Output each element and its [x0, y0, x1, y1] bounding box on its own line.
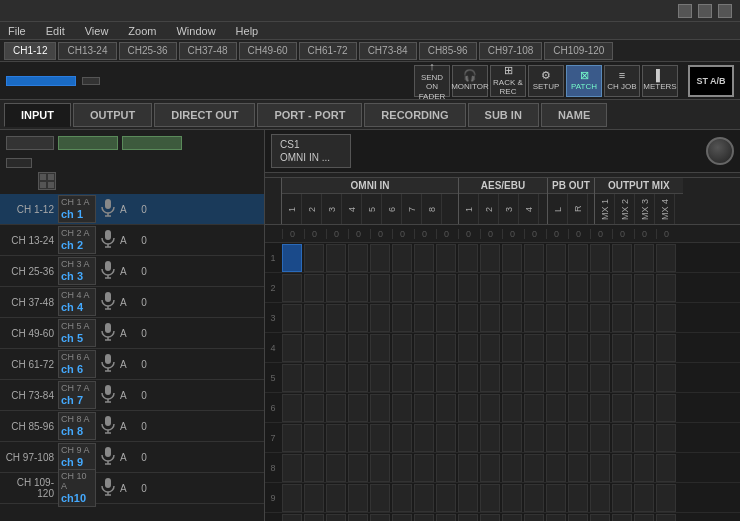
ha-info-button[interactable]	[6, 136, 54, 150]
channel-tab-ch73to84[interactable]: CH73-84	[359, 42, 417, 60]
grid-cell[interactable]	[414, 484, 434, 512]
menu-item-zoom[interactable]: Zoom	[124, 25, 160, 37]
channel-row[interactable]: CH 97-108CH 9 Ach 9A0	[0, 442, 264, 473]
grid-cell[interactable]	[326, 484, 346, 512]
grid-cell[interactable]	[436, 484, 456, 512]
grid-cell[interactable]	[612, 514, 632, 522]
grid-cell[interactable]	[458, 364, 478, 392]
restore-button[interactable]	[698, 4, 712, 18]
grid-cell[interactable]	[458, 334, 478, 362]
grid-cell[interactable]	[480, 274, 500, 302]
st-ab-button[interactable]: ST A/B	[688, 65, 734, 97]
sub-tab-output[interactable]: OUTPUT	[73, 103, 152, 127]
grid-cell[interactable]	[568, 454, 588, 482]
minimize-button[interactable]	[678, 4, 692, 18]
grid-cell[interactable]	[546, 364, 566, 392]
grid-cell[interactable]	[480, 334, 500, 362]
grid-cell[interactable]	[656, 304, 676, 332]
grid-cell[interactable]	[348, 334, 368, 362]
channel-row[interactable]: CH 37-48CH 4 Ach 4A0	[0, 287, 264, 318]
grid-cell[interactable]	[480, 484, 500, 512]
grid-cell[interactable]	[282, 514, 302, 522]
channel-label[interactable]	[6, 76, 76, 86]
grid-cell[interactable]	[502, 244, 522, 272]
grid-cell[interactable]	[304, 304, 324, 332]
toolbar-btn-setup[interactable]: ⚙SETUP	[528, 65, 564, 97]
grid-cell[interactable]	[568, 364, 588, 392]
grid-cell[interactable]	[634, 424, 654, 452]
channel-tab-ch25to36[interactable]: CH25-36	[119, 42, 177, 60]
menu-item-window[interactable]: Window	[172, 25, 219, 37]
grid-cell[interactable]	[304, 514, 324, 522]
grid-cell[interactable]	[304, 424, 324, 452]
toolbar-btn-rackrec[interactable]: ⊞RACK & REC	[490, 65, 526, 97]
grid-cell[interactable]	[348, 364, 368, 392]
grid-cell[interactable]	[612, 394, 632, 422]
grid-cell[interactable]	[502, 424, 522, 452]
grid-cell[interactable]	[282, 364, 302, 392]
grid-cell[interactable]	[458, 514, 478, 522]
grid-cell[interactable]	[480, 454, 500, 482]
sub-tab-input[interactable]: INPUT	[4, 103, 71, 127]
grid-cell[interactable]	[568, 334, 588, 362]
grid-area[interactable]: OMNI IN12345678AES/EBU1234PB OUTLROUTPUT…	[265, 178, 740, 521]
grid-cell[interactable]	[568, 424, 588, 452]
grid-cell[interactable]	[304, 334, 324, 362]
grid-cell[interactable]	[282, 484, 302, 512]
grid-cell[interactable]	[458, 424, 478, 452]
grid-cell[interactable]	[326, 244, 346, 272]
grid-cell[interactable]	[590, 304, 610, 332]
channel-tab-ch1to12[interactable]: CH1-12	[4, 42, 56, 60]
channel-tab-ch97to108[interactable]: CH97-108	[479, 42, 543, 60]
grid-cell[interactable]	[656, 364, 676, 392]
toolbar-btn-meters[interactable]: ▌METERS	[642, 65, 678, 97]
grid-cell[interactable]	[304, 454, 324, 482]
grid-cell[interactable]	[590, 274, 610, 302]
grid-cell[interactable]	[612, 304, 632, 332]
grid-cell[interactable]	[392, 424, 412, 452]
grid-cell[interactable]	[590, 244, 610, 272]
grid-cell[interactable]	[458, 274, 478, 302]
grid-cell[interactable]	[392, 454, 412, 482]
grid-cell[interactable]	[502, 484, 522, 512]
grid-cell[interactable]	[546, 274, 566, 302]
sub-tab-name[interactable]: NAME	[541, 103, 607, 127]
grid-cell[interactable]	[590, 454, 610, 482]
grid-cell[interactable]	[370, 274, 390, 302]
grid-cell[interactable]	[348, 394, 368, 422]
grid-cell[interactable]	[436, 394, 456, 422]
grid-cell[interactable]	[634, 484, 654, 512]
sub-tab-recording[interactable]: RECORDING	[364, 103, 465, 127]
grid-cell[interactable]	[392, 394, 412, 422]
grid-cell[interactable]	[590, 514, 610, 522]
grid-cell[interactable]	[546, 394, 566, 422]
grid-cell[interactable]	[414, 514, 434, 522]
grid-cell[interactable]	[370, 364, 390, 392]
grid-cell[interactable]	[370, 334, 390, 362]
grid-cell[interactable]	[326, 454, 346, 482]
grid-cell[interactable]	[304, 394, 324, 422]
grid-cell[interactable]	[634, 244, 654, 272]
grid-cell[interactable]	[524, 424, 544, 452]
grid-cell[interactable]	[656, 334, 676, 362]
sub-tab-direct-out[interactable]: DIRECT OUT	[154, 103, 255, 127]
grid-cell[interactable]	[568, 484, 588, 512]
grid-cell[interactable]	[612, 454, 632, 482]
grid-cell[interactable]	[524, 304, 544, 332]
grid-cell[interactable]	[392, 364, 412, 392]
grid-cell[interactable]	[634, 274, 654, 302]
grid-cell[interactable]	[502, 304, 522, 332]
grid-cell[interactable]	[326, 514, 346, 522]
toolbar-btn-sendonfader[interactable]: ↑SEND ON FADER	[414, 65, 450, 97]
grid-cell[interactable]	[502, 364, 522, 392]
grid-cell[interactable]	[612, 334, 632, 362]
grid-cell[interactable]	[568, 244, 588, 272]
grid-cell[interactable]	[370, 514, 390, 522]
grid-cell[interactable]	[634, 364, 654, 392]
grid-cell[interactable]	[414, 334, 434, 362]
channel-row[interactable]: CH 109-120CH 10 Ach10A0	[0, 473, 264, 504]
menu-item-edit[interactable]: Edit	[42, 25, 69, 37]
grid-cell[interactable]	[480, 244, 500, 272]
take-from-channel-button[interactable]	[122, 136, 182, 150]
grid-cell[interactable]	[414, 394, 434, 422]
